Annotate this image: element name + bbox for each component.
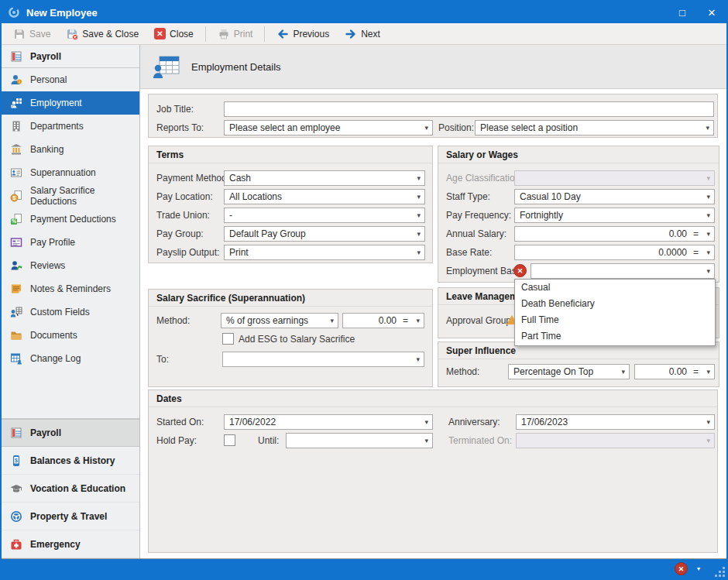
sidebar-group-label: Payroll — [30, 427, 61, 438]
window-close-button[interactable]: ✕ — [697, 2, 726, 23]
salary-or-wages-group: Salary or Wages Age Classification: Staf… — [438, 146, 719, 283]
pay-frequency-dropdown[interactable]: Fortnightly — [514, 208, 715, 223]
sacrifice-method-dropdown[interactable]: % of gross earnings — [221, 313, 338, 328]
anniversary-dropdown[interactable]: 17/06/2023 — [516, 414, 715, 430]
sidebar-item-payment-deductions[interactable]: % Payment Deductions — [2, 208, 139, 231]
sidebar-item-employment[interactable]: Employment — [2, 91, 139, 115]
sacrifice-method-value: % of gross earnings — [226, 315, 308, 326]
sidebar-item-salary-sacrifice-deductions[interactable]: $ Salary Sacrifice Deductions — [2, 184, 139, 208]
esg-checkbox[interactable] — [222, 333, 234, 345]
maximize-button[interactable]: □ — [668, 2, 697, 23]
equals-symbol: = — [693, 228, 699, 239]
payment-method-dropdown[interactable]: Cash — [224, 170, 425, 186]
reports-to-dropdown[interactable]: Please select an employee — [224, 120, 433, 136]
pay-location-dropdown[interactable]: All Locations — [224, 189, 425, 204]
annual-salary-value: 0.00 — [669, 228, 687, 239]
sidebar-item-reviews[interactable]: Reviews — [2, 254, 139, 277]
sidebar-group-payroll[interactable]: Payroll — [2, 419, 139, 447]
job-title-input[interactable] — [224, 101, 714, 117]
sacrifice-to-label: To: — [156, 352, 169, 367]
staff-type-dropdown[interactable]: Casual 10 Day — [514, 189, 715, 204]
toolbar: Save Save & Close ✕ Close Print — [2, 23, 726, 45]
sacrifice-to-dropdown[interactable] — [222, 352, 424, 367]
payroll-grid-icon — [9, 427, 23, 439]
close-label: Close — [170, 29, 194, 39]
main-panel: Employment Details Job Title: Reports To… — [140, 45, 726, 558]
sidebar-item-label: Employment — [30, 98, 82, 108]
next-label: Next — [361, 29, 380, 39]
previous-button[interactable]: Previous — [270, 25, 336, 43]
sidebar-group-vocation-education[interactable]: Vocation & Education — [2, 475, 139, 503]
option-part-time[interactable]: Part Time — [515, 328, 715, 345]
page-header: Employment Details — [140, 45, 726, 89]
sidebar-item-label: Custom Fields — [30, 307, 90, 317]
started-on-value: 17/06/2022 — [229, 417, 276, 427]
payslip-output-value: Print — [229, 247, 249, 258]
resize-grip[interactable] — [714, 566, 725, 577]
save-and-close-label: Save & Close — [82, 29, 139, 39]
employment-details-icon — [153, 54, 180, 79]
trade-union-dropdown[interactable]: - — [224, 208, 425, 223]
sidebar-group-label: Vocation & Education — [30, 483, 125, 494]
equals-symbol: = — [403, 315, 408, 326]
pay-group-dropdown[interactable]: Default Pay Group — [224, 226, 425, 242]
payslip-output-dropdown[interactable]: Print — [224, 245, 425, 260]
sidebar: Payroll Personal Employment Departments — [2, 45, 140, 558]
status-error-icon[interactable]: ✕ — [675, 562, 688, 575]
save-button[interactable]: Save — [6, 25, 57, 43]
base-rate-label: Base Rate: — [446, 245, 492, 260]
arrow-right-icon — [345, 28, 357, 40]
terminated-on-dropdown — [516, 433, 715, 448]
save-and-close-button[interactable]: Save & Close — [59, 25, 146, 43]
payroll-grid-icon — [9, 50, 23, 63]
sidebar-item-label: Salary Sacrifice Deductions — [30, 185, 139, 207]
super-method-dropdown[interactable]: Percentage On Top — [508, 364, 630, 379]
status-dropdown-arrow-icon[interactable]: ▾ — [697, 565, 700, 572]
close-button[interactable]: ✕ Close — [147, 25, 201, 43]
terms-title: Terms — [156, 149, 184, 160]
salary-sacrifice-group-header: Salary Sacrifice (Superannuation) — [149, 290, 432, 307]
until-dropdown[interactable] — [286, 433, 433, 448]
pay-location-label: Pay Location: — [156, 189, 213, 204]
sidebar-item-change-log[interactable]: Change Log — [2, 347, 139, 370]
option-casual[interactable]: Casual — [515, 280, 715, 296]
hold-pay-checkbox[interactable] — [224, 434, 235, 446]
sidebar-item-superannuation[interactable]: Superannuation — [2, 161, 139, 184]
salary-title: Salary or Wages — [446, 149, 518, 160]
sidebar-item-departments[interactable]: Departments — [2, 115, 139, 138]
until-label: Until: — [258, 433, 279, 448]
sacrifice-amount-field[interactable]: 0.00 = — [342, 313, 424, 328]
sidebar-group-property-travel[interactable]: Property & Travel — [2, 503, 139, 530]
sidebar-group-label: Property & Travel — [30, 511, 107, 522]
next-button[interactable]: Next — [338, 25, 387, 43]
employment-basis-dropdown[interactable] — [531, 263, 715, 279]
job-title-label: Job Title: — [156, 101, 194, 117]
sidebar-item-documents[interactable]: Documents — [2, 324, 139, 347]
pay-frequency-label: Pay Frequency: — [446, 208, 511, 223]
vocation-education-icon — [9, 482, 23, 495]
annual-salary-field[interactable]: 0.00 = — [514, 226, 715, 242]
pay-location-value: All Locations — [229, 191, 282, 202]
sidebar-item-label: Reviews — [30, 260, 65, 271]
title-bar: New Employee □ ✕ — [2, 2, 726, 23]
sidebar-item-pay-profile[interactable]: Pay Profile — [2, 231, 139, 254]
sidebar-item-custom-fields[interactable]: Custom Fields — [2, 300, 139, 324]
validation-error-icon: ✕ — [513, 264, 527, 277]
position-dropdown[interactable]: Please select a position — [475, 120, 714, 136]
anniversary-value: 17/06/2023 — [521, 417, 568, 427]
option-full-time[interactable]: Full Time — [515, 312, 715, 328]
sidebar-group-emergency[interactable]: Emergency — [2, 530, 139, 558]
base-rate-field[interactable]: 0.0000 = — [514, 245, 715, 260]
started-on-dropdown[interactable]: 17/06/2022 — [224, 414, 433, 430]
sidebar-item-notes-reminders[interactable]: Notes & Reminders — [2, 277, 139, 300]
sidebar-group-balances-history[interactable]: $ Balances & History — [2, 447, 139, 475]
option-death-beneficiary[interactable]: Death Beneficiary — [515, 296, 715, 312]
terms-group: Terms Payment Method: Cash Pay Location:… — [148, 146, 433, 263]
sidebar-bottom-groups: Payroll $ Balances & History Vocation & … — [2, 418, 139, 558]
super-amount-field[interactable]: 0.00 = — [634, 364, 715, 379]
sidebar-item-banking[interactable]: Banking — [2, 138, 139, 161]
toolbar-separator — [205, 26, 206, 42]
sidebar-item-label: Change Log — [30, 353, 81, 364]
print-button[interactable]: Print — [211, 25, 260, 43]
sidebar-item-personal[interactable]: Personal — [2, 68, 139, 91]
